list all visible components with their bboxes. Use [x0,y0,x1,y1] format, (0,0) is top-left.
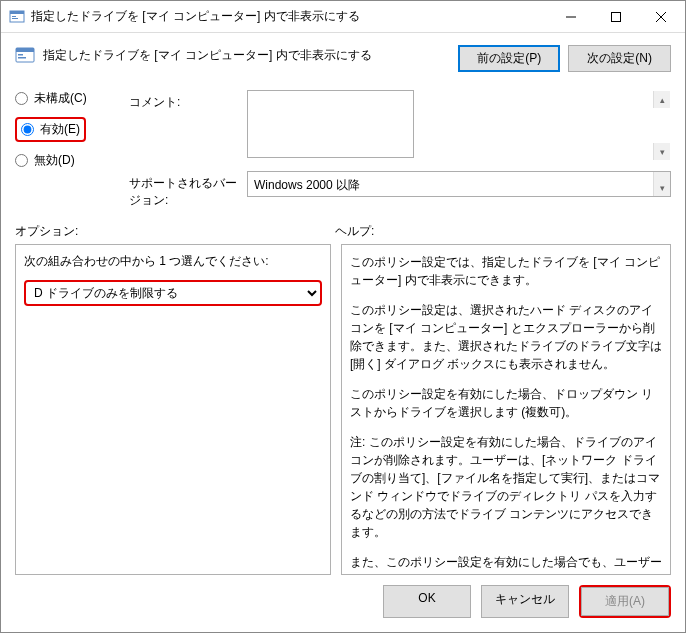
apply-button[interactable]: 適用(A) [581,587,669,616]
policy-icon [15,45,35,65]
minimize-button[interactable] [548,2,593,32]
svg-rect-11 [18,57,26,59]
help-text: このポリシー設定は、選択されたハード ディスクのアイコンを [マイ コンピュータ… [350,301,662,373]
help-text: また、このポリシー設定を有効にした場合でも、ユーザーはプログラムを使用してこれら… [350,553,662,575]
window-title: 指定したドライブを [マイ コンピューター] 内で非表示にする [31,8,548,25]
scroll-down-icon[interactable]: ▾ [653,179,670,196]
drive-restriction-combo[interactable]: D ドライブのみを制限する [24,280,322,306]
supported-value: Windows 2000 以降 [247,171,671,197]
svg-rect-1 [10,11,24,14]
close-button[interactable] [638,2,683,32]
help-text: 注: このポリシー設定を有効にした場合、ドライブのアイコンが削除されます。ユーザ… [350,433,662,541]
help-text: このポリシー設定では、指定したドライブを [マイ コンピューター] 内で非表示に… [350,253,662,289]
radio-disabled[interactable]: 無効(D) [15,152,125,169]
options-panel: 次の組み合わせの中から 1 つ選んでください: D ドライブのみを制限する [15,244,331,575]
radio-disabled-label: 無効(D) [34,152,75,169]
svg-rect-3 [12,18,18,19]
options-section-label: オプション: [15,223,335,240]
comment-label: コメント: [129,90,237,111]
svg-rect-10 [18,54,23,56]
scroll-up-icon[interactable]: ▴ [653,91,670,108]
next-setting-button[interactable]: 次の設定(N) [568,45,671,72]
radio-not-configured-label: 未構成(C) [34,90,87,107]
titlebar: 指定したドライブを [マイ コンピューター] 内で非表示にする [1,1,685,33]
help-text: このポリシー設定を有効にした場合、ドロップダウン リストからドライブを選択します… [350,385,662,421]
radio-enabled-input[interactable] [21,123,34,136]
help-section-label: ヘルプ: [335,223,374,240]
svg-rect-5 [611,12,620,21]
policy-title: 指定したドライブを [マイ コンピューター] 内で非表示にする [43,45,448,64]
combo-label: 次の組み合わせの中から 1 つ選んでください: [24,253,322,270]
ok-button[interactable]: OK [383,585,471,618]
maximize-button[interactable] [593,2,638,32]
radio-enabled-label: 有効(E) [40,121,80,138]
radio-disabled-input[interactable] [15,154,28,167]
cancel-button[interactable]: キャンセル [481,585,569,618]
comment-textarea[interactable] [247,90,414,158]
radio-not-configured-input[interactable] [15,92,28,105]
previous-setting-button[interactable]: 前の設定(P) [458,45,560,72]
radio-enabled[interactable]: 有効(E) [21,121,80,138]
scroll-down-icon[interactable]: ▾ [653,143,670,160]
svg-rect-2 [12,16,16,17]
supported-label: サポートされるバージョン: [129,171,237,209]
help-panel: このポリシー設定では、指定したドライブを [マイ コンピューター] 内で非表示に… [341,244,671,575]
svg-rect-9 [16,48,34,52]
radio-not-configured[interactable]: 未構成(C) [15,90,125,107]
app-icon [9,9,25,25]
